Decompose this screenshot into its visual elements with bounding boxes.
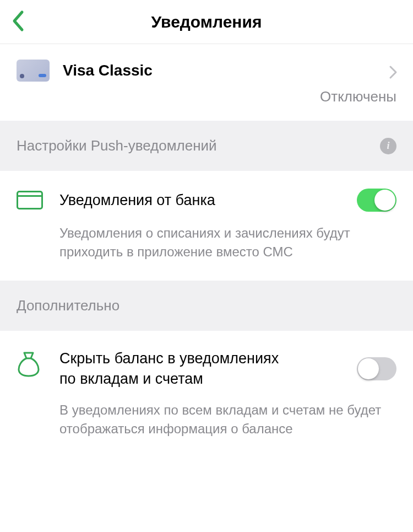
toggle-knob [374,190,395,211]
setting-description: В уведомлениях по всем вкладам и счетам … [59,401,396,438]
info-icon[interactable]: i [380,138,396,154]
card-status: Отключены [0,88,413,121]
setting-bank-notifications: Уведомления от банка Уведомления о списа… [0,171,413,281]
card-item[interactable]: Visa Classic Отключены [0,44,413,121]
toggle-bank-notifications[interactable] [357,189,396,212]
setting-title: Скрыть баланс в уведомлениях по вкладам … [59,348,291,389]
header-bar: Уведомления [0,0,413,44]
toggle-hide-balance[interactable] [357,357,396,380]
section-header-label: Дополнительно [17,297,119,314]
setting-hide-balance: Скрыть баланс в уведомлениях по вкладам … [0,331,413,458]
setting-description: Уведомления о списаниях и зачислениях бу… [59,224,396,261]
credit-card-icon [17,60,50,82]
setting-title: Уведомления от банка [59,190,215,210]
chevron-right-icon [389,65,398,82]
back-button[interactable] [11,10,25,34]
chevron-left-icon [11,10,25,32]
section-header-push: Настройки Push-уведомлений i [0,121,413,171]
page-title: Уведомления [11,13,402,31]
toggle-knob [358,358,379,379]
card-outline-icon [17,191,43,209]
section-header-additional: Дополнительно [0,281,413,331]
card-name: Visa Classic [63,62,153,79]
section-header-label: Настройки Push-уведомлений [17,137,217,154]
money-bag-icon [17,351,41,377]
